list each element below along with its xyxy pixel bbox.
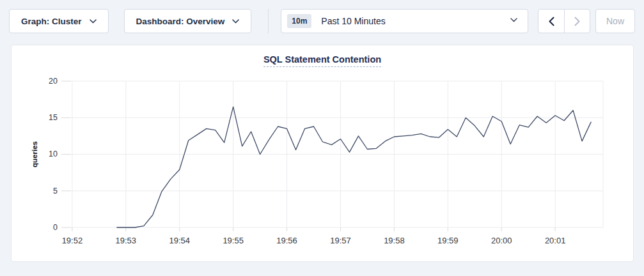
chart-card: SQL Statement Contention 0510152019:5219… bbox=[11, 45, 634, 262]
x-tick-label: 19:58 bbox=[384, 236, 404, 245]
series-line bbox=[117, 107, 591, 227]
chevron-down-icon bbox=[510, 18, 517, 22]
chevron-down-icon bbox=[232, 19, 239, 24]
y-tick-label: 15 bbox=[49, 113, 58, 122]
time-next-button[interactable] bbox=[564, 10, 590, 33]
x-tick-label: 19:57 bbox=[330, 236, 350, 245]
chevron-down-icon bbox=[90, 19, 97, 24]
toolbar-divider bbox=[268, 9, 269, 33]
x-tick-label: 20:01 bbox=[545, 236, 565, 245]
graph-dropdown[interactable]: Graph: Cluster bbox=[9, 9, 109, 33]
y-tick-label: 10 bbox=[49, 150, 58, 158]
y-tick-label: 0 bbox=[53, 223, 58, 232]
x-tick-label: 19:59 bbox=[437, 236, 458, 245]
time-range-badge: 10m bbox=[287, 14, 311, 28]
now-button[interactable]: Now bbox=[595, 9, 635, 33]
y-tick-label: 5 bbox=[53, 187, 58, 195]
dashboard-dropdown-label: Dashboard: Overview bbox=[136, 17, 225, 26]
y-tick-label: 20 bbox=[49, 77, 58, 86]
time-range-selector[interactable]: 10m Past 10 Minutes bbox=[281, 9, 528, 33]
time-range-label: Past 10 Minutes bbox=[321, 16, 385, 26]
sql-statement-contention-line-chart[interactable]: 0510152019:5219:5319:5419:5519:5619:5719… bbox=[12, 45, 633, 261]
graph-dropdown-label: Graph: Cluster bbox=[21, 17, 82, 26]
y-axis-label: queries bbox=[31, 141, 38, 167]
x-tick-label: 19:53 bbox=[116, 236, 136, 245]
toolbar: Graph: Cluster Dashboard: Overview 10m P… bbox=[0, 0, 644, 33]
x-tick-label: 19:52 bbox=[62, 236, 82, 245]
x-tick-label: 19:56 bbox=[276, 236, 297, 245]
x-tick-label: 20:00 bbox=[491, 236, 512, 245]
dashboard-dropdown[interactable]: Dashboard: Overview bbox=[124, 9, 252, 33]
time-nav-group bbox=[538, 9, 590, 33]
x-tick-label: 19:54 bbox=[169, 236, 189, 245]
chevron-right-icon bbox=[574, 17, 580, 26]
time-prev-button[interactable] bbox=[538, 10, 564, 33]
x-tick-label: 19:55 bbox=[223, 236, 243, 245]
chevron-left-icon bbox=[549, 17, 554, 26]
